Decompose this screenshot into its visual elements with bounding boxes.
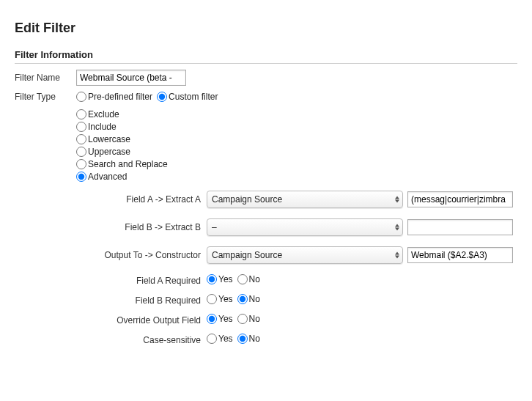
field-b-input[interactable] xyxy=(407,219,513,235)
option-search-replace[interactable]: Search and Replace xyxy=(76,159,514,169)
no-label: No xyxy=(249,314,260,324)
output-select-value: Campaign Source xyxy=(212,250,282,260)
output-select[interactable]: Campaign Source xyxy=(207,246,403,264)
updown-icon xyxy=(395,196,399,203)
output-row: Output To -> Constructor Campaign Source xyxy=(76,246,517,264)
yes-label: Yes xyxy=(218,314,233,324)
field-b-select-value: – xyxy=(212,222,217,232)
radio-predefined[interactable] xyxy=(76,92,86,102)
option-lowercase-label: Lowercase xyxy=(88,134,130,144)
field-a-required-label: Field A Required xyxy=(76,276,207,286)
radio-uppercase[interactable] xyxy=(76,147,86,157)
filter-type-custom[interactable]: Custom filter xyxy=(157,92,218,102)
radio-include[interactable] xyxy=(76,122,86,132)
custom-options-group: Exclude Include Lowercase Uppercase Sear… xyxy=(76,109,517,346)
filter-name-label: Filter Name xyxy=(15,73,76,83)
section-title: Filter Information xyxy=(15,49,517,60)
output-label: Output To -> Constructor xyxy=(76,250,207,260)
option-search-replace-label: Search and Replace xyxy=(88,159,168,169)
override-row: Override Output Field Yes No xyxy=(76,314,517,326)
field-b-required-no[interactable]: No xyxy=(237,294,260,304)
filter-type-row: Filter Type Pre-defined filter Custom fi… xyxy=(15,92,517,102)
override-no[interactable]: No xyxy=(237,314,260,324)
filter-type-label: Filter Type xyxy=(15,92,76,102)
radio-advanced[interactable] xyxy=(76,172,86,182)
case-yes[interactable]: Yes xyxy=(207,334,233,344)
option-include-label: Include xyxy=(88,122,117,132)
no-label: No xyxy=(249,274,260,284)
radio-custom[interactable] xyxy=(157,92,167,102)
field-b-required-label: Field B Required xyxy=(76,295,207,306)
radio-fb-yes[interactable] xyxy=(207,294,217,304)
field-a-required-yes[interactable]: Yes xyxy=(207,274,233,284)
filter-type-predefined-label: Pre-defined filter xyxy=(88,92,152,102)
page-title: Edit Filter xyxy=(15,21,517,36)
field-a-select-value: Campaign Source xyxy=(212,194,282,205)
radio-fa-no[interactable] xyxy=(237,274,248,284)
override-yes[interactable]: Yes xyxy=(207,314,233,324)
field-a-required-no[interactable]: No xyxy=(237,274,260,284)
radio-exclude[interactable] xyxy=(76,109,86,119)
field-b-label: Field B -> Extract B xyxy=(76,222,207,232)
radio-ovr-no[interactable] xyxy=(237,314,248,324)
radio-fa-yes[interactable] xyxy=(207,274,217,284)
option-advanced-label: Advanced xyxy=(88,172,127,182)
field-b-select[interactable]: – xyxy=(207,218,403,236)
field-a-row: Field A -> Extract A Campaign Source xyxy=(76,191,517,208)
radio-case-yes[interactable] xyxy=(207,334,217,344)
option-include[interactable]: Include xyxy=(76,122,514,132)
field-b-required-yes[interactable]: Yes xyxy=(207,294,233,304)
section-divider xyxy=(15,63,517,64)
no-label: No xyxy=(249,334,260,344)
yes-label: Yes xyxy=(218,294,233,304)
advanced-settings: Field A -> Extract A Campaign Source Fie… xyxy=(76,191,517,346)
output-input[interactable] xyxy=(407,247,513,263)
yes-label: Yes xyxy=(218,274,233,284)
filter-name-input[interactable] xyxy=(76,70,186,86)
filter-type-predefined[interactable]: Pre-defined filter xyxy=(76,92,152,102)
case-sensitive-label: Case-sensitive xyxy=(76,335,207,345)
field-a-select[interactable]: Campaign Source xyxy=(207,191,403,208)
radio-ovr-yes[interactable] xyxy=(207,314,217,324)
field-a-required-row: Field A Required Yes No xyxy=(76,274,517,287)
field-a-label: Field A -> Extract A xyxy=(76,194,207,205)
case-sensitive-row: Case-sensitive Yes No xyxy=(76,334,517,346)
case-no[interactable]: No xyxy=(237,334,260,344)
filter-type-custom-label: Custom filter xyxy=(169,92,218,102)
radio-lowercase[interactable] xyxy=(76,134,86,144)
updown-icon xyxy=(395,224,399,231)
radio-fb-no[interactable] xyxy=(237,294,248,304)
option-advanced[interactable]: Advanced xyxy=(76,172,514,182)
field-a-input[interactable] xyxy=(407,191,513,207)
option-lowercase[interactable]: Lowercase xyxy=(76,134,514,144)
updown-icon xyxy=(395,252,399,259)
radio-search-replace[interactable] xyxy=(76,159,86,169)
option-exclude[interactable]: Exclude xyxy=(76,109,514,119)
yes-label: Yes xyxy=(218,334,233,344)
override-label: Override Output Field xyxy=(76,315,207,325)
option-uppercase-label: Uppercase xyxy=(88,147,130,157)
field-b-row: Field B -> Extract B – xyxy=(76,218,517,236)
option-exclude-label: Exclude xyxy=(88,109,119,119)
field-b-required-row: Field B Required Yes No xyxy=(76,294,517,306)
option-uppercase[interactable]: Uppercase xyxy=(76,147,514,157)
radio-case-no[interactable] xyxy=(237,334,248,344)
no-label: No xyxy=(249,294,260,304)
filter-name-row: Filter Name xyxy=(15,70,517,86)
